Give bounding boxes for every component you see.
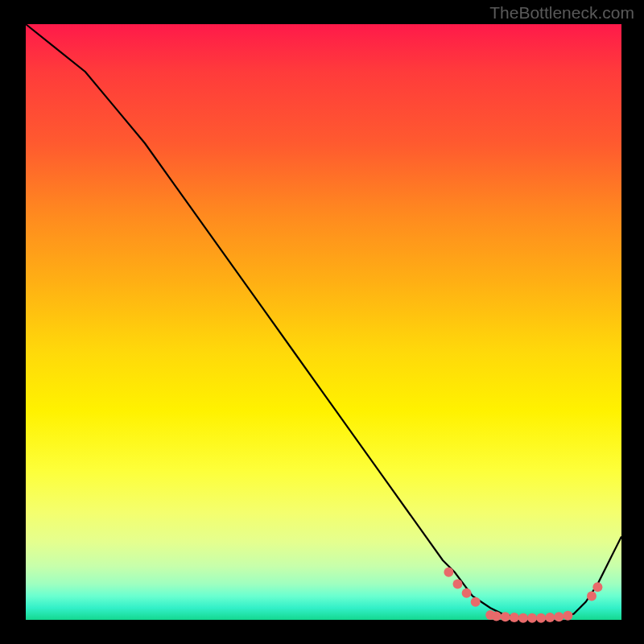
- curve-marker: [444, 568, 453, 577]
- curve-markers: [444, 568, 602, 623]
- chart-container: TheBottleneck.com: [0, 0, 644, 644]
- curve-marker: [536, 613, 546, 623]
- bottleneck-curve-line: [26, 24, 621, 618]
- watermark-text: TheBottleneck.com: [489, 3, 634, 23]
- curve-marker: [492, 612, 502, 621]
- curve-marker: [554, 612, 564, 621]
- curve-marker: [510, 613, 519, 622]
- curve-marker: [501, 612, 510, 621]
- curve-marker: [518, 613, 528, 623]
- curve-marker: [563, 611, 572, 621]
- curve-marker: [527, 613, 537, 623]
- curve-marker: [471, 597, 481, 607]
- curve-marker: [462, 588, 472, 598]
- curve-marker: [592, 582, 602, 592]
- plot-area: [26, 24, 621, 620]
- curve-marker: [453, 580, 463, 589]
- chart-svg: [26, 24, 621, 620]
- curve-marker: [587, 591, 597, 601]
- curve-marker: [545, 613, 555, 622]
